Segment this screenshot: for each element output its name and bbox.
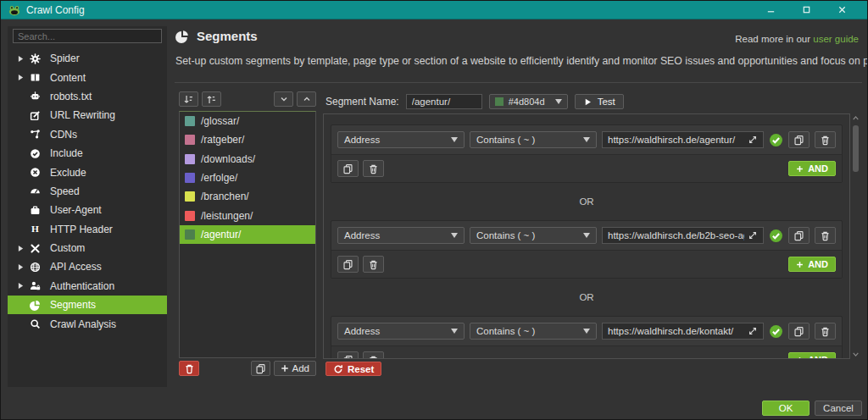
x-circle-icon [30,167,44,178]
expand-caret-icon[interactable] [18,75,30,80]
delete-segment-button[interactable] [179,361,199,376]
reset-icon [333,364,343,374]
copy-segment-button[interactable] [251,361,270,376]
play-icon [583,97,593,107]
test-segment-button[interactable]: Test [575,94,624,109]
chevron-down-icon [555,99,562,104]
config-tree: SpiderContentrobots.txtURL RewritingCDNs… [8,49,167,334]
segment-list-item[interactable]: /ratgeber/ [180,130,315,149]
expand-caret-icon[interactable] [18,56,30,62]
sidebar-item-http-header[interactable]: HHTTP Header [8,220,167,239]
rule-operator-select[interactable]: Contains ( ~ ) [470,323,597,340]
segment-name-input[interactable] [406,94,482,109]
add-segment-button[interactable]: Add [274,361,316,376]
sidebar-item-authentication[interactable]: Authentication [8,277,167,296]
segment-list: /glossar//ratgeber//downloads//erfolge//… [179,111,316,358]
add-and-rule-button[interactable]: AND [788,161,836,176]
rule-operator-select[interactable]: Contains ( ~ ) [470,131,597,148]
segment-list-item[interactable]: /leistungen/ [180,206,315,224]
rule-group: AddressContains ( ~ )https://waldhirsch.… [331,316,843,359]
sidebar-item-content[interactable]: Content [8,68,167,86]
expand-editor-icon[interactable] [748,230,758,240]
sidebar-item-cdns[interactable]: CDNs [8,125,167,144]
scroll-down-icon[interactable] [852,351,860,358]
sidebar-item-custom[interactable]: Custom [8,239,167,257]
sidebar-item-speed[interactable]: Speed [8,182,167,201]
sidebar-item-crawl-analysis[interactable]: Crawl Analysis [8,314,167,333]
rule-value-input[interactable]: https://waldhirsch.de/kontakt/ [602,323,764,340]
sort-descending-button[interactable] [202,91,221,107]
reset-button[interactable]: Reset [326,362,381,376]
segment-list-item[interactable]: /downloads/ [180,150,315,169]
segment-list-item[interactable]: /glossar/ [180,112,315,130]
segment-list-item[interactable]: /branchen/ [180,187,315,206]
sidebar-item-label: URL Rewriting [50,109,115,121]
sidebar-item-exclude[interactable]: Exclude [8,163,167,181]
copy-rule-button[interactable] [337,256,359,273]
sidebar-item-label: Speed [50,185,80,197]
delete-rule-button[interactable] [815,227,836,244]
crawl-config-dialog: Crawl Config SpiderContentrobots.txtURL … [0,0,868,420]
pie-icon [30,300,44,311]
plus-icon [796,356,804,360]
sidebar-item-user-agent[interactable]: User-Agent [8,201,167,219]
content-icon [30,72,44,83]
segment-color-select[interactable]: #4d804d [489,94,568,109]
scroll-up-icon[interactable] [852,114,860,122]
sidebar-item-api-access[interactable]: API Access [8,257,167,276]
and-label: AND [808,355,828,359]
rule-value-input[interactable]: https://waldhirsch.de/agentur/ [602,131,764,148]
expand-editor-icon[interactable] [748,326,758,336]
delete-rule-button[interactable] [815,323,836,340]
rule-field-select[interactable]: Address [337,131,465,148]
segment-label: /glossar/ [201,115,239,127]
user-lock-icon [30,280,44,291]
tools-icon [30,243,44,254]
sidebar-item-url-rewriting[interactable]: URL Rewriting [8,106,167,124]
copy-rule-button[interactable] [788,131,810,148]
valid-check-icon [769,133,783,147]
sidebar-item-segments[interactable]: Segments [8,296,167,314]
sidebar-item-spider[interactable]: Spider [8,49,167,68]
move-down-button[interactable] [274,91,293,107]
copy-rule-button[interactable] [337,160,359,177]
segment-list-item[interactable]: /agentur/ [180,225,315,244]
or-separator: OR [324,292,849,302]
add-and-rule-button[interactable]: AND [788,257,836,272]
rule-field-select[interactable]: Address [337,323,465,340]
add-and-rule-button[interactable]: AND [788,352,836,359]
delete-rule-button[interactable] [363,351,384,359]
rule-field-select[interactable]: Address [337,227,465,244]
delete-rule-button[interactable] [363,256,384,273]
search-input[interactable] [13,29,162,43]
move-up-button[interactable] [297,91,316,107]
expand-caret-icon[interactable] [18,264,30,270]
delete-rule-button[interactable] [363,160,384,177]
segment-list-panel: /glossar//ratgeber//downloads//erfolge//… [179,91,316,379]
rule-operator-select[interactable]: Contains ( ~ ) [470,227,597,244]
segment-list-item[interactable]: /erfolge/ [180,169,315,187]
add-segment-label: Add [292,363,309,373]
expand-editor-icon[interactable] [748,135,758,145]
delete-rule-button[interactable] [815,131,836,148]
copy-rule-button[interactable] [337,351,359,359]
copy-rule-button[interactable] [788,227,810,244]
plus-icon [796,261,804,268]
sort-ascending-button[interactable] [179,91,198,107]
scrollbar-thumb[interactable] [853,125,859,172]
briefcase-icon [30,205,44,216]
copy-rule-button[interactable] [788,323,810,340]
sidebar-item-robots-txt[interactable]: robots.txt [8,87,167,106]
expand-caret-icon[interactable] [18,283,30,289]
sidebar-item-label: HTTP Header [50,224,113,235]
minimize-button[interactable] [753,1,788,19]
rules-scrollbar[interactable] [852,114,860,358]
user-guide-link[interactable]: user guide [813,34,859,44]
close-button[interactable] [824,1,860,19]
ok-button[interactable]: OK [762,401,810,416]
rule-value-input[interactable]: https://waldhirsch.de/b2b-seo-agentur/ [602,227,764,244]
cancel-button[interactable]: Cancel [815,401,862,416]
maximize-button[interactable] [788,1,824,19]
sidebar-item-include[interactable]: Include [8,144,167,163]
expand-caret-icon[interactable] [18,246,30,251]
